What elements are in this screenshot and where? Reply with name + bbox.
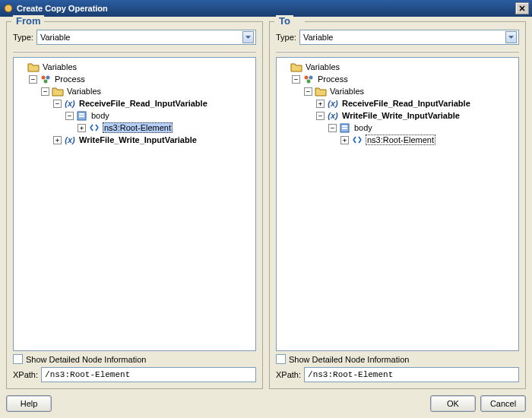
tree-process[interactable]: − Process — [292, 73, 517, 85]
folder-icon — [27, 62, 40, 72]
tree-write-var[interactable]: − (x) WriteFile_Write_InputVariable — [316, 109, 517, 122]
svg-rect-5 — [79, 113, 84, 115]
collapse-icon[interactable]: − — [328, 124, 337, 132]
process-icon — [302, 74, 315, 84]
collapse-icon[interactable]: − — [41, 87, 49, 96]
divider — [13, 51, 256, 52]
from-xpath-value: /ns3:Root-Element — [45, 370, 130, 379]
ok-button[interactable]: OK — [430, 395, 476, 412]
folder-icon — [315, 86, 327, 97]
to-heading: To — [276, 15, 293, 27]
variable-icon: (x) — [327, 110, 339, 121]
twisty-blank — [17, 63, 25, 71]
process-icon — [40, 74, 52, 84]
collapse-icon[interactable]: − — [53, 100, 62, 108]
node-label: WriteFile_Write_InputVariable — [341, 111, 461, 120]
from-xpath-label: XPath: — [13, 370, 38, 379]
node-label-selected: ns3:Root-Element — [103, 122, 173, 133]
to-xpath-label: XPath: — [276, 370, 301, 379]
to-show-detail-checkbox[interactable] — [276, 354, 286, 364]
tree-body[interactable]: − body — [328, 122, 517, 134]
to-type-label: Type: — [276, 33, 296, 42]
svg-point-2 — [46, 75, 50, 79]
part-icon — [339, 122, 351, 133]
tree-process[interactable]: − Process — [29, 73, 254, 85]
collapse-icon[interactable]: − — [65, 112, 74, 120]
tree-write-var[interactable]: + (x) WriteFile_Write_InputVariable — [53, 134, 254, 146]
help-button[interactable]: Help — [6, 395, 52, 412]
to-tree[interactable]: Variables − Process — [276, 57, 519, 351]
node-label: ReceiveFile_Read_InputVariable — [78, 99, 208, 108]
titlebar: Create Copy Operation — [0, 0, 532, 17]
cancel-label: Cancel — [490, 399, 516, 408]
help-label: Help — [21, 399, 38, 408]
svg-point-3 — [44, 79, 48, 83]
divider — [276, 51, 519, 52]
svg-point-1 — [42, 75, 46, 79]
twisty-blank — [280, 63, 288, 71]
to-xpath-value: /ns3:Root-Element — [308, 370, 393, 379]
tree-root-element[interactable]: + ns3:Root-Element — [78, 122, 254, 134]
expand-icon[interactable]: + — [78, 124, 86, 132]
collapse-icon[interactable]: − — [304, 87, 312, 96]
from-type-combo[interactable]: Variable — [36, 30, 256, 45]
tree-variables-folder[interactable]: − Variables — [304, 85, 517, 97]
svg-point-8 — [309, 75, 313, 79]
variable-icon: (x) — [64, 135, 76, 145]
from-heading: From — [13, 15, 44, 27]
svg-rect-6 — [79, 116, 84, 117]
from-xpath-input[interactable]: /ns3:Root-Element — [41, 367, 256, 382]
node-label: body — [353, 123, 373, 132]
from-type-value: Variable — [40, 33, 71, 42]
expand-icon[interactable]: + — [316, 100, 325, 108]
tree-receive-var[interactable]: − (x) ReceiveFile_Read_InputVariable — [53, 97, 254, 109]
close-button[interactable] — [515, 2, 529, 14]
chevron-down-icon[interactable] — [242, 31, 254, 43]
svg-rect-12 — [342, 128, 347, 129]
collapse-icon[interactable]: − — [292, 75, 300, 84]
to-show-detail-label: Show Detailed Node Information — [289, 355, 409, 364]
variable-icon: (x) — [64, 98, 76, 109]
tree-variables-folder[interactable]: − Variables — [41, 85, 254, 97]
node-label: Variables — [329, 87, 365, 96]
tree-receive-var[interactable]: + (x) ReceiveFile_Read_InputVariable — [316, 97, 517, 109]
node-label: body — [90, 111, 110, 120]
collapse-icon[interactable]: − — [316, 112, 325, 120]
svg-point-9 — [307, 79, 311, 83]
from-tree[interactable]: Variables − Process — [13, 57, 256, 351]
window-title: Create Copy Operation — [17, 4, 515, 13]
node-label: Process — [54, 74, 86, 84]
expand-icon[interactable]: + — [340, 136, 349, 144]
node-label-selected: ns3:Root-Element — [366, 135, 435, 145]
node-label: Process — [317, 74, 349, 84]
svg-rect-11 — [342, 125, 347, 127]
to-xpath-input[interactable]: /ns3:Root-Element — [304, 367, 519, 382]
to-type-combo[interactable]: Variable — [299, 30, 519, 45]
node-label: Variables — [42, 62, 78, 71]
node-label: WriteFile_Write_InputVariable — [78, 135, 198, 144]
element-icon — [88, 122, 100, 133]
from-show-detail-label: Show Detailed Node Information — [26, 355, 146, 364]
dialog-button-row: Help OK Cancel — [6, 395, 526, 412]
cancel-button[interactable]: Cancel — [480, 395, 526, 412]
node-label: ReceiveFile_Read_InputVariable — [341, 99, 471, 108]
from-show-detail-checkbox[interactable] — [13, 354, 23, 364]
node-label: Variables — [305, 62, 340, 71]
from-panel: From Type: Variable — [6, 21, 263, 389]
element-icon — [351, 135, 363, 145]
dialog-content: From Type: Variable — [0, 17, 532, 418]
variable-icon: (x) — [327, 98, 339, 109]
tree-root-variables[interactable]: Variables — [17, 61, 254, 73]
to-type-value: Variable — [303, 33, 334, 42]
ok-label: OK — [447, 399, 459, 408]
collapse-icon[interactable]: − — [29, 75, 37, 84]
tree-body[interactable]: − body — [65, 109, 254, 122]
tree-root-element[interactable]: + ns3:Root-Element — [340, 134, 517, 146]
part-icon — [76, 110, 88, 121]
app-icon — [3, 3, 14, 14]
chevron-down-icon[interactable] — [505, 31, 517, 43]
expand-icon[interactable]: + — [53, 136, 62, 144]
tree-root-variables[interactable]: Variables — [280, 61, 517, 73]
svg-point-7 — [305, 75, 309, 79]
to-panel: To Type: Variable — [269, 21, 526, 389]
